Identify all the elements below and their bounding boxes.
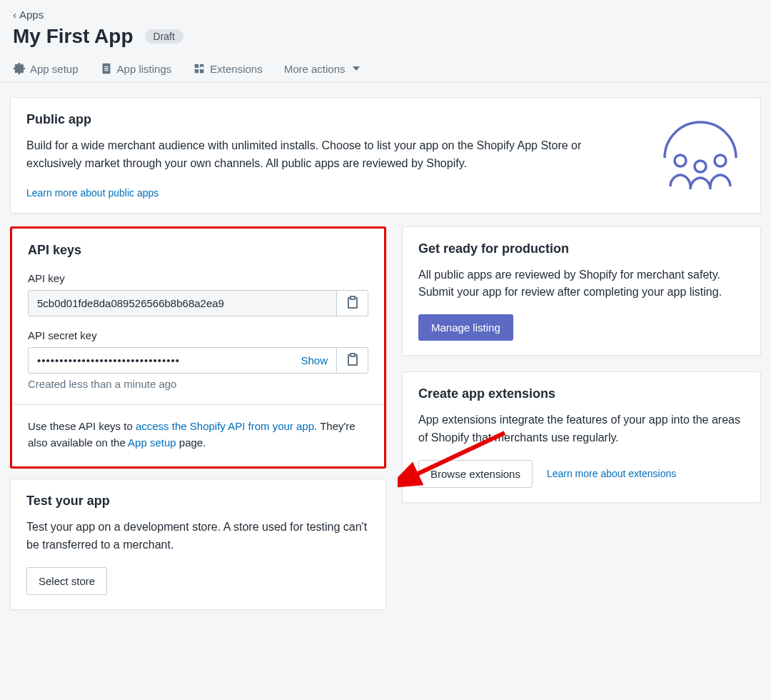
show-secret-button[interactable]: Show [301,354,328,366]
test-app-card: Test your app Test your app on a develop… [10,479,386,610]
api-key-field[interactable]: 5cb0d01fde8da089526566b8b68a2ea9 [28,290,337,316]
api-keys-card: API keys API key 5cb0d01fde8da089526566b… [10,226,386,469]
app-setup-link[interactable]: App setup [128,436,176,449]
extensions-learn-more-link[interactable]: Learn more about extensions [547,468,676,479]
browse-extensions-button[interactable]: Browse extensions [418,460,533,488]
tab-extensions[interactable]: Extensions [193,62,262,75]
select-store-button[interactable]: Select store [26,567,107,595]
tab-more-actions[interactable]: More actions [284,62,363,75]
svg-point-1 [675,155,686,166]
test-app-title: Test your app [26,494,370,509]
breadcrumb[interactable]: ‹ Apps [13,9,758,21]
document-icon [100,62,113,75]
access-api-link[interactable]: access the Shopify API from your app [136,420,314,432]
tab-label: Extensions [210,63,262,75]
test-app-desc: Test your app on a development store. A … [26,519,370,554]
status-badge: Draft [145,29,183,44]
tab-app-listings[interactable]: App listings [100,62,172,75]
public-app-desc: Build for a wide merchant audience with … [26,137,612,173]
clipboard-icon [347,353,358,368]
extensions-icon [193,62,206,75]
manage-listing-button[interactable]: Manage listing [418,314,513,341]
api-keys-title: API keys [28,243,368,258]
svg-point-2 [695,161,706,172]
production-desc: All public apps are reviewed by Shopify … [418,266,745,302]
svg-point-3 [715,155,726,166]
production-card: Get ready for production All public apps… [402,226,761,356]
tab-app-setup[interactable]: App setup [13,62,79,75]
api-footer-text: page. [176,436,206,449]
api-keys-footer: Use these API keys to access the Shopify… [12,404,384,467]
tab-label: More actions [284,63,346,75]
extensions-title: Create app extensions [418,386,745,401]
public-app-title: Public app [26,112,612,127]
api-footer-text: Use these API keys to [28,420,136,432]
public-app-learn-more-link[interactable]: Learn more about public apps [26,187,158,199]
tab-label: App setup [30,63,79,75]
copy-api-secret-button[interactable] [337,347,368,374]
clipboard-icon [347,296,358,311]
public-app-card: Public app Build for a wide merchant aud… [10,97,761,214]
tab-label: App listings [117,63,172,75]
extensions-desc: App extensions integrate the features of… [418,411,745,447]
api-secret-label: API secret key [28,329,368,341]
production-title: Get ready for production [418,241,745,256]
merchants-illustration [657,115,743,196]
extensions-card: Create app extensions App extensions int… [402,371,761,503]
page-title: My First App [13,25,133,48]
api-secret-created-note: Created less than a minute ago [28,378,368,390]
api-secret-field[interactable]: •••••••••••••••••••••••••••••••• Show [28,347,337,374]
api-key-value: 5cb0d01fde8da089526566b8b68a2ea9 [37,297,224,309]
api-key-label: API key [28,272,368,284]
gear-icon [13,62,26,75]
copy-api-key-button[interactable] [337,290,368,316]
breadcrumb-label: Apps [19,9,44,21]
chevron-left-icon: ‹ [13,9,16,21]
caret-down-icon [350,62,363,75]
api-secret-value: •••••••••••••••••••••••••••••••• [37,354,180,366]
